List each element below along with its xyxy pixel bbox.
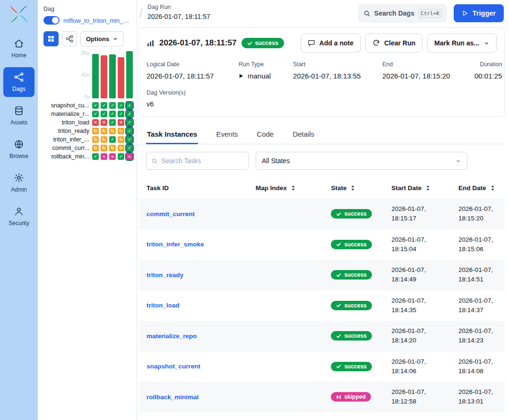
grid-task-name[interactable]: triton_infer_... <box>38 136 92 143</box>
admin-icon <box>14 173 24 183</box>
grid-task-name[interactable]: triton_load <box>38 119 92 126</box>
task-instance-square-success[interactable]: ✓ <box>92 102 99 109</box>
task-id-link[interactable]: snapshot_current <box>147 363 200 370</box>
grid-task-name[interactable]: rollback_min... <box>38 153 92 160</box>
duration-axis: 85s 42s 0s <box>38 51 92 98</box>
toggle-knob <box>52 17 59 24</box>
task-instance-square-retry[interactable]: ↻ <box>101 128 107 134</box>
search-tasks-field[interactable] <box>146 152 249 170</box>
sidebar-item-assets[interactable]: Assets <box>3 101 35 131</box>
state-cell: success <box>326 199 387 229</box>
tab-code[interactable]: Code <box>256 123 275 144</box>
task-instance-square-retry[interactable]: ↻ <box>118 145 124 151</box>
task-instance-square-skipped[interactable]: » <box>109 153 116 160</box>
task-instance-square-success[interactable]: ✓ <box>126 102 133 109</box>
task-id-link[interactable]: triton_infer_smoke <box>147 241 204 248</box>
task-instance-square-retry[interactable]: ↻ <box>109 145 116 151</box>
tab-events[interactable]: Events <box>215 123 239 144</box>
run-duration-bar[interactable] <box>109 54 116 98</box>
task-instance-square-failed[interactable]: ✕ <box>118 119 124 126</box>
column-header-state[interactable]: State <box>326 177 387 199</box>
column-header-map-index[interactable]: Map Index <box>251 177 327 199</box>
task-id-link[interactable]: triton_ready <box>147 271 183 279</box>
task-instance-square-failed[interactable]: ✕ <box>101 119 107 126</box>
axis-label-mid: 42s <box>81 72 89 78</box>
dag-pause-toggle[interactable] <box>43 16 60 25</box>
chevron-down-icon <box>455 158 461 164</box>
task-instance-square-success[interactable]: ✓ <box>118 111 124 117</box>
task-instance-square-skipped[interactable]: » <box>101 153 107 160</box>
sidebar-item-home[interactable]: Home <box>3 34 35 63</box>
graph-view-button[interactable] <box>62 31 77 46</box>
state-cell: success <box>326 290 387 321</box>
play-icon <box>462 10 468 17</box>
grid-view-button[interactable] <box>43 31 59 46</box>
sidebar-item-security[interactable]: Security <box>3 201 35 231</box>
options-button[interactable]: Options <box>80 31 124 46</box>
task-instance-square-retry[interactable]: ↻ <box>118 128 124 134</box>
task-id-link[interactable]: materialize_repo <box>147 332 197 340</box>
state-filter-select[interactable]: All States <box>256 152 467 170</box>
task-instance-square-success[interactable]: ✓ <box>126 119 133 126</box>
task-instance-square-success[interactable]: ✓ <box>118 153 124 160</box>
task-instance-square-failed[interactable]: ✕ <box>92 119 99 126</box>
task-instance-square-retry[interactable]: ↻ <box>101 136 107 143</box>
task-id-link[interactable]: rollback_minimal <box>147 394 198 401</box>
task-instance-square-success[interactable]: ✓ <box>126 111 133 117</box>
run-duration-bar[interactable] <box>92 54 99 98</box>
sort-icon <box>351 185 355 191</box>
task-instance-square-success[interactable]: ✓ <box>101 111 107 117</box>
task-instance-square-success[interactable]: ✓ <box>109 119 116 126</box>
grid-task-name[interactable]: triton_ready <box>38 128 92 134</box>
task-instance-square-success[interactable]: ✓ <box>101 102 107 109</box>
task-instance-square-retry[interactable]: ↻ <box>109 128 116 134</box>
task-instances-table: Task IDMap IndexStateStart DateEnd Date … <box>138 177 505 412</box>
task-instance-square-success[interactable]: ✓ <box>118 102 124 109</box>
add-note-button[interactable]: Add a note <box>301 34 361 52</box>
column-header-start-date[interactable]: Start Date <box>387 177 454 199</box>
map-index-cell <box>251 351 327 382</box>
task-id-link[interactable]: triton_load <box>147 302 180 309</box>
check-icon <box>336 333 341 339</box>
task-id-link[interactable]: commit_current <box>147 210 195 218</box>
tab-task-instances[interactable]: Task Instances <box>146 123 198 144</box>
task-instance-square-success[interactable]: ✓ <box>109 102 116 109</box>
map-index-cell <box>251 260 327 290</box>
task-instance-square-retry[interactable]: ↻ <box>92 136 99 143</box>
task-instance-square-success[interactable]: ✓ <box>126 145 133 151</box>
run-duration-bar[interactable] <box>126 51 133 98</box>
task-instance-square-success[interactable]: ✓ <box>109 136 116 143</box>
sidebar-item-browse[interactable]: Browse <box>3 134 35 164</box>
search-dags-input[interactable]: Search Dags Ctrl+K <box>358 4 447 22</box>
airflow-logo[interactable] <box>0 0 38 30</box>
task-instance-square-retry[interactable]: ↻ <box>92 145 99 151</box>
sidebar-item-admin[interactable]: Admin <box>3 168 35 198</box>
task-instance-square-success[interactable]: ✓ <box>92 153 99 160</box>
run-duration-bar[interactable] <box>101 55 107 98</box>
breadcrumb-label: Dag Run <box>147 4 210 10</box>
grid-task-name[interactable]: materialize_r... <box>38 111 92 117</box>
search-icon <box>363 10 371 17</box>
task-instance-square-success[interactable]: ✓ <box>109 111 116 117</box>
search-tasks-input[interactable] <box>161 157 244 165</box>
start-date-cell: 2026-01-07, 18:14:06 <box>391 357 432 376</box>
task-instance-square-retry[interactable]: ↻ <box>118 136 124 143</box>
mark-run-as-button[interactable]: Mark Run as... <box>427 34 497 52</box>
trigger-button[interactable]: Trigger <box>454 4 504 22</box>
clear-run-button[interactable]: Clear Run <box>365 34 423 52</box>
task-instance-square-retry[interactable]: ↻ <box>92 128 99 134</box>
task-instance-square-success[interactable]: ✓ <box>92 111 99 117</box>
column-header-task-id: Task ID <box>138 177 251 199</box>
grid-task-name[interactable]: commit_curr... <box>38 145 92 151</box>
tab-details[interactable]: Details <box>292 123 315 144</box>
mark-run-as-label: Mark Run as... <box>434 39 479 47</box>
run-duration-bar[interactable] <box>118 57 124 98</box>
task-instance-square-retry[interactable]: ↻ <box>101 145 107 151</box>
dag-name-link[interactable]: mlflow_to_triton_min_dev <box>63 17 131 24</box>
task-instance-square-skipped[interactable]: » <box>126 153 133 160</box>
grid-task-name[interactable]: snapshot_cu... <box>38 102 92 109</box>
sidebar-item-dags[interactable]: Dags <box>3 67 35 97</box>
column-header-end-date[interactable]: End Date <box>454 177 505 199</box>
task-instance-square-success[interactable]: ✓ <box>126 136 133 143</box>
task-instance-square-success[interactable]: ✓ <box>126 128 133 134</box>
